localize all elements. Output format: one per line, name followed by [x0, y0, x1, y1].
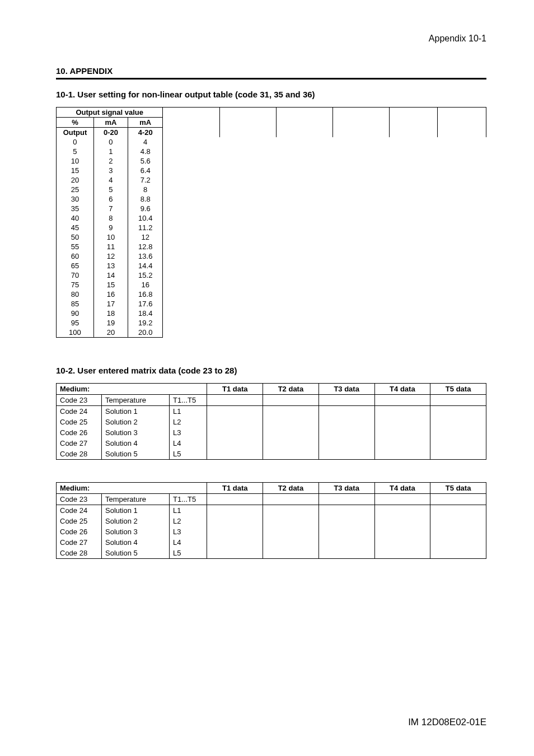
- ma020-cell: 19: [93, 318, 128, 328]
- output-group-header: Output signal value: [57, 108, 163, 118]
- section-title: 10. APPENDIX: [56, 66, 486, 76]
- data-cell: [207, 438, 263, 449]
- data-cell: [430, 427, 486, 438]
- ma020-cell: 0: [93, 137, 128, 147]
- data-cell: [374, 417, 430, 427]
- data-cell: [318, 516, 374, 526]
- ma020-cell: 1: [93, 147, 128, 156]
- desc-cell: Solution 2: [101, 417, 169, 427]
- pct-cell: 70: [57, 270, 94, 280]
- desc-cell: Solution 3: [101, 526, 169, 537]
- l-cell: L5: [170, 449, 207, 460]
- ma420-cell: 12.8: [128, 242, 163, 251]
- l-cell: L4: [170, 438, 207, 449]
- ma020-cell: 17: [93, 299, 128, 309]
- data-cell: [207, 526, 263, 537]
- data-cell: [430, 516, 486, 526]
- ma020-cell: 20: [93, 328, 128, 338]
- data-cell: [374, 505, 430, 516]
- ma420-cell: 8: [128, 185, 163, 194]
- code-cell: Code 25: [57, 516, 102, 526]
- rule: [56, 78, 486, 80]
- t4-header: T4 data: [374, 483, 430, 494]
- ma420-cell: 18.4: [128, 309, 163, 318]
- ma420-cell: 15.2: [128, 270, 163, 280]
- code-cell: Code 24: [57, 406, 102, 417]
- ma420-cell: 4: [128, 137, 163, 147]
- data-cell: [207, 395, 263, 406]
- code-cell: Code 24: [57, 505, 102, 516]
- ma420-cell: 20.0: [128, 328, 163, 338]
- ma420-cell: 5.6: [128, 156, 163, 166]
- data-cell: [374, 395, 430, 406]
- pct-cell: 5: [57, 147, 94, 156]
- data-cell: [374, 537, 430, 548]
- l-cell: L2: [170, 516, 207, 526]
- data-cell: [207, 494, 263, 505]
- data-cell: [374, 548, 430, 559]
- data-cell: [207, 505, 263, 516]
- matrix-table-1: Medium: T1 data T2 data T3 data T4 data …: [56, 383, 486, 460]
- data-cell: [374, 526, 430, 537]
- desc-cell: Solution 2: [101, 516, 169, 526]
- ma420-cell: 4.8: [128, 147, 163, 156]
- pct-cell: 95: [57, 318, 94, 328]
- t3-header: T3 data: [318, 483, 374, 494]
- desc-cell: Solution 4: [101, 438, 169, 449]
- col-ma1: mA: [93, 118, 128, 128]
- data-cell: [430, 537, 486, 548]
- data-cell: [263, 537, 319, 548]
- t5-header: T5 data: [430, 384, 486, 395]
- ma020-cell: 5: [93, 185, 128, 194]
- data-cell: [318, 537, 374, 548]
- code-cell: Code 26: [57, 526, 102, 537]
- ma020-cell: 9: [93, 223, 128, 232]
- col-ma2: mA: [128, 118, 163, 128]
- pct-cell: 30: [57, 194, 94, 204]
- pct-cell: 90: [57, 309, 94, 318]
- data-cell: [430, 505, 486, 516]
- data-cell: [207, 449, 263, 460]
- data-cell: [207, 406, 263, 417]
- l-cell: L5: [170, 548, 207, 559]
- code-cell: Code 28: [57, 449, 102, 460]
- data-cell: [430, 395, 486, 406]
- output-signal-table: Output signal value % mA mA Output 0-20 …: [56, 107, 486, 338]
- data-cell: [207, 548, 263, 559]
- data-cell: [430, 417, 486, 427]
- ma020-cell: 16: [93, 290, 128, 299]
- medium-label: Medium:: [57, 384, 207, 395]
- ma420-cell: 10.4: [128, 213, 163, 223]
- data-cell: [374, 438, 430, 449]
- data-cell: [318, 505, 374, 516]
- data-cell: [318, 417, 374, 427]
- data-cell: [430, 406, 486, 417]
- ma420-cell: 9.6: [128, 204, 163, 213]
- col-pct: %: [57, 118, 94, 128]
- ma020-cell: 6: [93, 194, 128, 204]
- code-cell: Code 25: [57, 417, 102, 427]
- ma420-cell: 7.2: [128, 175, 163, 185]
- data-cell: [374, 516, 430, 526]
- ma420-cell: 13.6: [128, 251, 163, 261]
- data-cell: [263, 505, 319, 516]
- pct-cell: 0: [57, 137, 94, 147]
- col-output: Output: [57, 128, 94, 138]
- l-cell: L2: [170, 417, 207, 427]
- pct-cell: 65: [57, 261, 94, 270]
- t4-header: T4 data: [374, 384, 430, 395]
- code-cell: Code 27: [57, 438, 102, 449]
- ma020-cell: 8: [93, 213, 128, 223]
- pct-cell: 40: [57, 213, 94, 223]
- l-cell: T1...T5: [170, 494, 207, 505]
- data-cell: [263, 417, 319, 427]
- ma420-cell: 12: [128, 232, 163, 242]
- data-cell: [318, 406, 374, 417]
- t2-header: T2 data: [263, 483, 319, 494]
- data-cell: [263, 427, 319, 438]
- data-cell: [263, 548, 319, 559]
- pct-cell: 45: [57, 223, 94, 232]
- data-cell: [263, 494, 319, 505]
- t1-header: T1 data: [207, 483, 263, 494]
- data-cell: [374, 494, 430, 505]
